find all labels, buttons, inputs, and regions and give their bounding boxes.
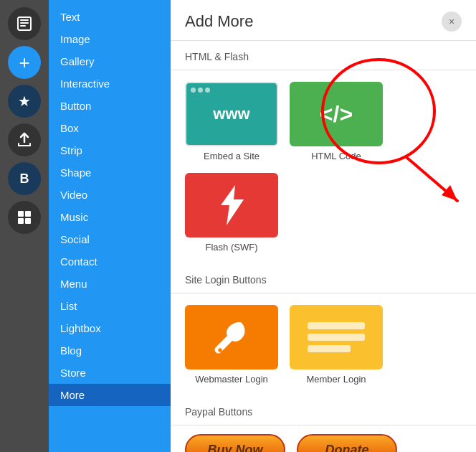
add-icon[interactable]: + [8, 46, 41, 79]
flash-icon [214, 184, 249, 227]
flash-swf-tile[interactable] [185, 173, 278, 237]
site-login-section-label: Site Login Buttons [171, 264, 476, 293]
webmaster-login-item[interactable]: Webmaster Login [185, 305, 278, 385]
dot3 [205, 88, 210, 93]
paypal-buttons-row: Buy Now Donate [185, 425, 462, 452]
line3 [308, 345, 351, 352]
line2 [308, 334, 365, 341]
panel-title: Add More [185, 12, 253, 31]
webmaster-login-tile[interactable] [185, 305, 278, 369]
buy-now-button[interactable]: Buy Now [185, 434, 285, 452]
donate-button[interactable]: Donate [297, 434, 397, 452]
paypal-section: Buy Now Donate [171, 425, 476, 452]
sidebar-item-gallery[interactable]: Gallery [49, 50, 171, 72]
sidebar-item-music[interactable]: Music [49, 206, 171, 228]
embed-a-site-label: Embed a Site [204, 151, 260, 161]
svg-rect-4 [18, 211, 24, 217]
apps-icon[interactable] [8, 201, 41, 234]
member-login-item[interactable]: Member Login [290, 305, 383, 385]
sidebar-item-strip[interactable]: Strip [49, 139, 171, 161]
sidebar: Text Image Gallery Interactive Button Bo… [49, 0, 171, 452]
blog-icon[interactable]: B [8, 162, 41, 195]
html-code-item[interactable]: </> HTML Code [290, 82, 383, 161]
flash-swf-item[interactable]: Flash (SWF) [185, 173, 278, 253]
sidebar-item-text[interactable]: Text [49, 6, 171, 28]
sidebar-item-contact[interactable]: Contact [49, 250, 171, 273]
html-code-icon: </> [320, 101, 353, 128]
flash-swf-label: Flash (SWF) [206, 242, 258, 253]
lines-icon [308, 322, 365, 352]
sidebar-item-video[interactable]: Video [49, 184, 171, 206]
site-login-grid: Webmaster Login Member Login [171, 293, 476, 396]
upload-icon[interactable] [8, 123, 41, 156]
panel-header: Add More × [171, 0, 476, 41]
html-flash-section-label: HTML & Flash [171, 41, 476, 70]
favorites-icon[interactable]: ★ [8, 85, 41, 118]
html-flash-grid: www Embed a Site </> HTML Code Flash (SW… [171, 70, 476, 264]
sidebar-item-social[interactable]: Social [49, 228, 171, 250]
icon-bar: + ★ B [0, 0, 49, 452]
svg-rect-6 [18, 218, 24, 224]
svg-rect-7 [25, 218, 31, 224]
dot1 [191, 88, 196, 93]
line1 [308, 322, 365, 329]
svg-rect-3 [20, 25, 26, 27]
sidebar-item-lightbox[interactable]: Lightbox [49, 317, 171, 339]
html-code-tile[interactable]: </> [290, 82, 383, 146]
sidebar-item-blog[interactable]: Blog [49, 339, 171, 362]
html-code-label: HTML Code [311, 151, 361, 161]
svg-rect-5 [25, 211, 31, 217]
paypal-section-label: Paypal Buttons [171, 396, 476, 425]
webmaster-login-label: Webmaster Login [195, 374, 268, 385]
sidebar-item-more[interactable]: More [49, 384, 171, 406]
sidebar-item-shape[interactable]: Shape [49, 161, 171, 184]
sidebar-item-menu[interactable]: Menu [49, 273, 171, 295]
svg-rect-1 [20, 19, 29, 21]
sidebar-item-image[interactable]: Image [49, 28, 171, 50]
embed-a-site-tile[interactable]: www [185, 82, 278, 146]
www-text: www [213, 105, 249, 123]
dot2 [198, 88, 203, 93]
main-panel: Add More × HTML & Flash www Embed a Site… [171, 0, 476, 452]
sidebar-item-button[interactable]: Button [49, 95, 171, 117]
sidebar-item-interactive[interactable]: Interactive [49, 72, 171, 95]
sidebar-item-box[interactable]: Box [49, 117, 171, 139]
wrench-icon [210, 316, 253, 359]
embed-a-site-item[interactable]: www Embed a Site [185, 82, 278, 161]
pages-icon[interactable] [8, 7, 41, 40]
member-login-label: Member Login [306, 374, 366, 385]
sidebar-item-store[interactable]: Store [49, 362, 171, 384]
svg-rect-2 [20, 22, 29, 24]
tile-header-dots [191, 88, 210, 93]
member-login-tile[interactable] [290, 305, 383, 369]
close-button[interactable]: × [442, 11, 462, 32]
sidebar-item-list[interactable]: List [49, 295, 171, 317]
